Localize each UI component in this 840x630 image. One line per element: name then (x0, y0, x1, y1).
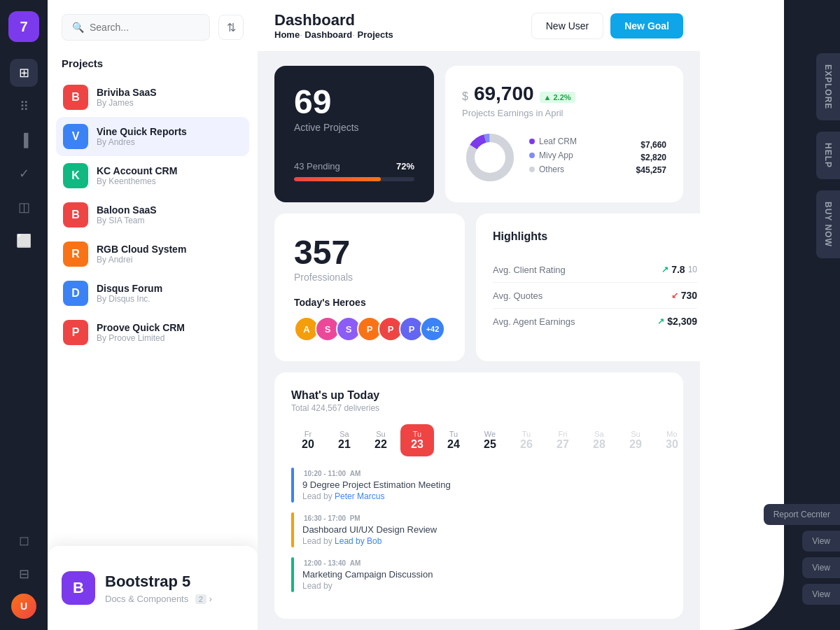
cal-day-22[interactable]: Su 22 (364, 424, 398, 456)
active-projects-label: Active Projects (294, 122, 414, 133)
bootstrap-logo: B (62, 571, 95, 605)
calendar-header: What's up Today Total 424,567 deliveries (291, 389, 666, 413)
earnings-card: $ 69,700 ▲ 2.2% Projects Earnings in Apr… (445, 66, 683, 202)
view-button-3[interactable]: View (802, 584, 840, 605)
project-item-3[interactable]: K KC Account CRM By Keenthemes (56, 156, 249, 195)
project-logo-6: D (63, 281, 88, 306)
nav-dashboard[interactable]: ⊞ (10, 59, 38, 87)
explore-tab[interactable]: Explore (816, 53, 840, 120)
project-item-4[interactable]: B Baloon SaaS By SIA Team (56, 195, 249, 234)
nav-layers[interactable]: ◫ (10, 193, 38, 221)
project-logo-2: V (63, 124, 88, 149)
event-1-bar (291, 468, 294, 503)
report-center-button[interactable]: Report Cecnter (764, 504, 840, 525)
project-by-1: By James (97, 98, 242, 108)
cal-day-27[interactable]: Fri 27 (546, 424, 580, 456)
cal-day-20[interactable]: Fr 20 (291, 424, 325, 456)
project-item-5[interactable]: R RGB Cloud System By Andrei (56, 234, 249, 274)
filter-button[interactable]: ⇅ (218, 15, 244, 40)
nav-inbox[interactable]: ◻ (10, 526, 38, 554)
nav-grid[interactable]: ⠿ (10, 92, 38, 120)
project-item-2[interactable]: V Vine Quick Reports By Andres (56, 117, 249, 156)
earnings-currency: $ (462, 90, 468, 103)
highlight-rating: Avg. Client Rating ↗ 7.8 10 (493, 257, 697, 283)
professionals-label: Professionals (294, 272, 445, 283)
search-icon: 🔍 (72, 22, 84, 33)
project-info-5: RGB Cloud System By Andrei (97, 244, 242, 265)
avatar-more: +42 (420, 316, 445, 342)
leaf-crm-label: Leaf CRM (539, 136, 577, 146)
legend-leaf-crm: Leaf CRM (529, 136, 620, 146)
earnings-legend: Leaf CRM Mivy App Othe (529, 136, 620, 178)
event-2-title: Dashboard UI/UX Design Review (302, 524, 666, 535)
event-2-lead-link[interactable]: Lead by Bob (335, 536, 382, 546)
new-goal-button[interactable]: New Goal (610, 13, 683, 38)
highlight-quotes: Avg. Quotes ↙ 730 (493, 283, 697, 309)
view-button-2[interactable]: View (802, 557, 840, 578)
event-3-time: 12:00 - 13:40 AM (302, 557, 666, 568)
earnings-amount: 69,700 (474, 83, 534, 105)
progress-bar (294, 177, 414, 181)
project-name-1: Briviba SaaS (97, 87, 242, 98)
cal-day-30[interactable]: Mo 30 (655, 424, 689, 456)
project-info-7: Proove Quick CRM By Proove Limited (97, 322, 242, 343)
event-3-lead: Lead by (302, 581, 666, 591)
cal-day-26[interactable]: Tu 26 (510, 424, 543, 456)
project-logo-3: K (63, 163, 88, 188)
pending-text: 43 Pending (294, 161, 340, 172)
top-actions: New User New Goal (531, 13, 683, 39)
buy-now-tab[interactable]: Buy now (816, 190, 840, 258)
cal-day-25[interactable]: We 25 (473, 424, 507, 456)
new-user-button[interactable]: New User (531, 13, 603, 39)
leaf-crm-value: $7,660 (640, 140, 666, 150)
active-projects-number: 69 (294, 85, 414, 119)
arrow-up-2-icon: ↗ (657, 316, 664, 326)
event-1: 10:20 - 11:00 AM 9 Degree Project Estima… (291, 468, 666, 503)
project-logo-1: B (63, 85, 88, 110)
breadcrumb: Home· Dashboard· Projects (274, 29, 393, 40)
view-button-1[interactable]: View (802, 531, 840, 552)
right-bottom-buttons: Report Cecnter View View View (764, 504, 840, 619)
donut-row: Leaf CRM Mivy App Othe (462, 130, 666, 186)
professionals-card: 357 Professionals Today's Heroes A S S P… (274, 214, 465, 361)
cal-day-29[interactable]: Su 29 (619, 424, 652, 456)
mivy-app-dot (529, 153, 535, 158)
highlight-rating-label: Avg. Client Rating (493, 265, 566, 275)
event-1-lead-link[interactable]: Peter Marcus (335, 491, 384, 501)
nav-briefcase[interactable]: ⬜ (10, 227, 38, 255)
mivy-app-label: Mivy App (539, 150, 573, 160)
project-item-6[interactable]: D Disqus Forum By Disqus Inc. (56, 274, 249, 313)
sidebar-header: 🔍 ⇅ (48, 0, 258, 52)
project-logo-5: R (63, 241, 88, 267)
nav-check[interactable]: ✓ (10, 160, 38, 188)
cal-day-23[interactable]: Tu 23 (400, 424, 434, 456)
nav-apps[interactable]: ⊟ (10, 560, 38, 588)
project-logo-7: P (63, 320, 88, 345)
nav-avatar[interactable]: 7 (8, 11, 39, 42)
project-by-7: By Proove Limited (97, 333, 242, 343)
project-item-7[interactable]: P Proove Quick CRM By Proove Limited (56, 313, 249, 352)
highlights-card: Highlights Avg. Client Rating ↗ 7.8 10 A… (476, 214, 700, 361)
help-tab[interactable]: Help (816, 132, 840, 179)
nav-user-avatar[interactable]: U (11, 594, 36, 619)
cal-day-21[interactable]: Sa 21 (328, 424, 361, 456)
project-info-3: KC Account CRM By Keenthemes (97, 165, 242, 186)
highlight-earnings-value: ↗ $2,309 (657, 316, 697, 327)
event-3-bar (291, 557, 294, 592)
earnings-values: $7,660 $2,820 $45,257 (636, 140, 666, 175)
search-input[interactable] (90, 22, 200, 33)
event-1-time: 10:20 - 11:00 AM (302, 468, 666, 478)
event-1-content: 10:20 - 11:00 AM 9 Degree Project Estima… (302, 468, 666, 501)
project-item-1[interactable]: B Briviba SaaS By James (56, 78, 249, 117)
project-name-6: Disqus Forum (97, 283, 242, 294)
docs-label[interactable]: Docs & Components 2 › (105, 594, 212, 604)
cal-day-24[interactable]: Tu 24 (437, 424, 470, 456)
cal-day-28[interactable]: Sa 28 (582, 424, 616, 456)
event-2-content: 16:30 - 17:00 PM Dashboard UI/UX Design … (302, 512, 666, 546)
progress-fill (294, 177, 381, 181)
arrow-up-icon: ↗ (662, 265, 668, 274)
search-box[interactable]: 🔍 (62, 14, 210, 41)
others-value: $45,257 (636, 165, 666, 175)
bootstrap-name: Bootstrap 5 (105, 573, 212, 591)
nav-chart[interactable]: ▐ (10, 126, 38, 154)
